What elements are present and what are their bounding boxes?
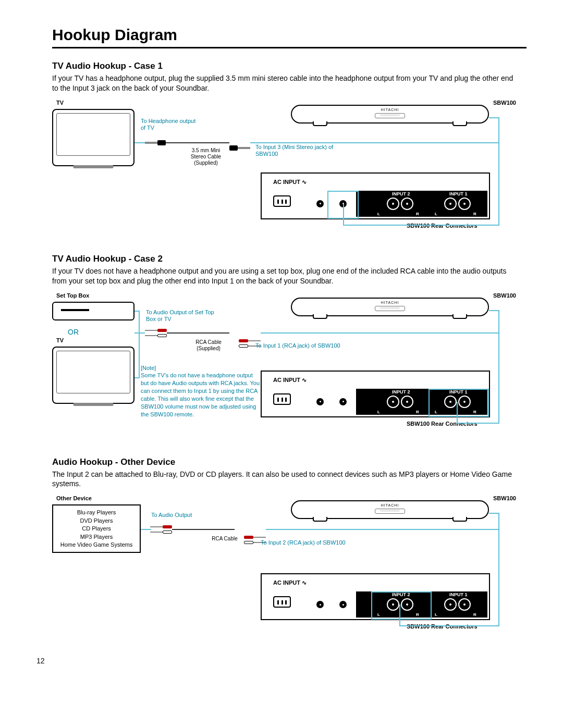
w3b <box>266 529 499 530</box>
cable-wire <box>166 142 229 143</box>
w2f <box>134 332 145 334</box>
soundbar-icon: HITACHI OOOOOOOO <box>291 105 489 124</box>
brand-3: HITACHI <box>381 503 399 507</box>
lr-l2: L <box>435 212 437 216</box>
w3f <box>399 604 400 626</box>
lr-l: L <box>377 212 380 216</box>
case3-body: The Input 2 can be attached to Blu-ray, … <box>52 470 516 489</box>
w2i <box>134 377 140 378</box>
rca-wire-2 <box>172 529 235 530</box>
case1-heading: TV Audio Hookup - Case 1 <box>52 61 527 71</box>
ac-port-icon <box>273 195 291 207</box>
ac-2: AC INPUT ∿ <box>273 377 307 384</box>
w2a <box>261 332 499 334</box>
w2e <box>457 402 458 424</box>
p2a <box>315 397 325 406</box>
callout-audio-out: To Audio Output <box>151 512 192 518</box>
lr-r: R <box>416 212 419 216</box>
rear-caption-3: SBW100 Rear Connectors <box>407 623 478 630</box>
note-body: Some TV's do not have a headphone output… <box>141 372 260 417</box>
input1-r-port <box>458 198 471 210</box>
ac-port-2 <box>273 393 291 405</box>
note-label: [Note] <box>141 365 156 371</box>
dev-2: DVD Players <box>58 517 134 525</box>
lr8: R <box>416 612 419 617</box>
soundbar-icon-3: HITACHI OOOOOOOO <box>291 500 489 519</box>
rear-caption-2: SBW100 Rear Connectors <box>407 421 478 427</box>
soundbar-display-3: OOOOOOOO <box>375 509 405 514</box>
w3e <box>399 625 499 626</box>
p3c <box>387 598 399 611</box>
mini-plug-right-icon <box>229 145 250 151</box>
callout-input2: To Input 2 (RCA jack) of SBW100 <box>261 539 346 546</box>
lr10: R <box>473 612 476 617</box>
input2-r-port <box>401 198 413 210</box>
p2b <box>338 397 348 406</box>
wire-h2 <box>489 117 499 118</box>
other-device-box: Blu-ray Players DVD Players CD Players M… <box>52 504 141 553</box>
wire-h1 <box>250 142 499 143</box>
lr7: L <box>377 612 380 617</box>
ac-port-3 <box>273 596 291 608</box>
sbw100-label: SBW100 <box>493 100 516 106</box>
dev-3: CD Players <box>58 525 134 533</box>
wire-h3 <box>343 225 499 226</box>
p2f <box>458 396 471 408</box>
rca-wire <box>167 332 229 334</box>
p2d <box>401 396 413 408</box>
soundbar-display-2: OOOOOOOO <box>375 306 405 311</box>
tv-icon-2 <box>52 347 134 404</box>
callout-input3: To Input 3 (Mini Stereo jack) of SBW100 <box>255 144 349 157</box>
cable-mini-label: 3.5 mm Mini Stereo Cable (Supplied) <box>185 147 227 166</box>
case2-body: If your TV does not have a headphone out… <box>52 266 516 286</box>
sbw100-label-3: SBW100 <box>493 495 516 501</box>
tv-label: TV <box>56 100 64 106</box>
dev-1: Blu-ray Players <box>58 509 134 516</box>
input1-l-port <box>444 198 457 210</box>
lr6: R <box>473 410 476 414</box>
ac-3: AC INPUT ∿ <box>273 579 307 586</box>
p3d <box>401 598 413 611</box>
p3f <box>458 598 471 611</box>
w2h <box>134 311 140 312</box>
sbw100-label-2: SBW100 <box>493 292 516 299</box>
ac-input-label: AC INPUT ∿ <box>273 179 307 186</box>
wire-v2 <box>343 204 344 226</box>
dev-5: Home Video Game Systems <box>58 541 134 549</box>
w3c <box>498 513 499 626</box>
soundbar-display: OOOOOOOO <box>375 113 405 118</box>
p2c <box>387 396 399 408</box>
w2b <box>498 310 499 424</box>
p2e <box>444 396 457 408</box>
callout-headphone: To Headphone output of TV <box>141 118 198 131</box>
brand-label: HITACHI <box>381 108 399 112</box>
brand-2: HITACHI <box>381 301 399 304</box>
wire-v1 <box>498 117 499 226</box>
mini-plug-left-icon <box>145 140 166 145</box>
other-device-label: Other Device <box>56 495 92 501</box>
lr4: R <box>416 410 419 414</box>
page-number: 12 <box>36 657 45 665</box>
rear-panel-2: AC INPUT ∿ PAIRING INPUT 3 INPUT 2 INPUT… <box>261 371 490 417</box>
case2-heading: TV Audio Hookup - Case 2 <box>52 254 527 264</box>
tv-label-2: TV <box>56 337 64 343</box>
pairing-port <box>315 199 325 208</box>
callout-stb: To Audio Output of Set Top Box or TV <box>146 309 219 323</box>
lr-r2: R <box>473 212 476 216</box>
p3b <box>338 600 348 609</box>
case1-body: If your TV has a headphone output, plug … <box>52 73 516 93</box>
lr9: L <box>435 612 437 617</box>
rear-panel-3: AC INPUT ∿ PAIRING INPUT 3 INPUT 2 INPUT… <box>261 573 490 620</box>
callout-input1: To Input 1 (RCA jack) of SBW100 <box>255 342 340 349</box>
rca-cable-label: RCA Cable (Supplied) <box>188 339 229 352</box>
rear-caption: SBW100 Rear Connectors <box>407 223 478 229</box>
lr3: L <box>377 410 380 414</box>
settop-label: Set Top Box <box>56 292 89 299</box>
diagram-case1: TV SBW100 HITACHI OOOOOOOO AC INPUT ∿ PA… <box>52 100 516 240</box>
p3e <box>444 598 457 611</box>
w3d <box>489 513 499 514</box>
soundbar-icon-2: HITACHI OOOOOOOO <box>291 298 489 316</box>
w2d <box>457 423 499 424</box>
tv-icon <box>52 109 134 166</box>
case3-heading: Audio Hookup - Other Device <box>52 457 527 467</box>
